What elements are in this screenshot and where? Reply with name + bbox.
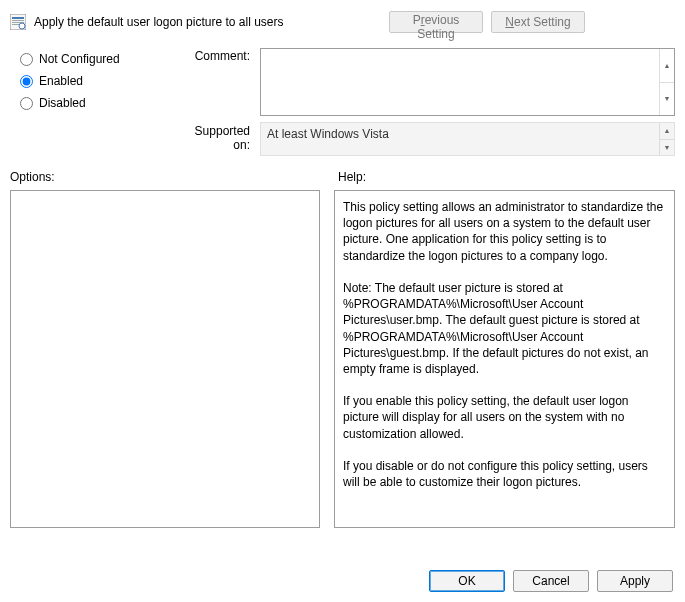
supported-on-value: At least Windows Vista [267,127,389,141]
state-radios: Not Configured Enabled Disabled [10,48,170,156]
field-labels: Comment: Supported on: [180,48,250,156]
radio-disabled-label: Disabled [39,96,86,110]
comment-spin-down[interactable]: ▼ [659,82,674,116]
svg-rect-1 [12,17,24,19]
title-bar: Apply the default user logon picture to … [10,8,675,36]
radio-not-configured-label: Not Configured [39,52,120,66]
supported-spin-up[interactable]: ▲ [659,123,674,139]
section-headers: Options: Help: [10,170,675,184]
supported-spin-down[interactable]: ▼ [659,139,674,156]
svg-rect-2 [12,20,24,21]
ok-button[interactable]: OK [429,570,505,592]
apply-button[interactable]: Apply [597,570,673,592]
nav-buttons: Previous Setting Next Setting [389,11,585,33]
options-label: Options: [10,170,320,184]
radio-disabled-input[interactable] [20,97,33,110]
svg-point-5 [19,23,25,29]
field-values: ▲ ▼ At least Windows Vista ▲ ▼ [260,48,675,156]
help-text: This policy setting allows an administra… [343,200,667,489]
policy-dialog: Apply the default user logon picture to … [0,0,685,602]
radio-enabled[interactable]: Enabled [20,70,170,92]
previous-setting-button[interactable]: Previous Setting [389,11,483,33]
radio-disabled[interactable]: Disabled [20,92,170,114]
policy-title: Apply the default user logon picture to … [34,15,381,29]
policy-icon [10,14,26,30]
content-panes: This policy setting allows an administra… [10,190,675,528]
comment-spinner[interactable]: ▲ ▼ [659,49,674,115]
help-pane[interactable]: This policy setting allows an administra… [334,190,675,528]
supported-on-box: At least Windows Vista ▲ ▼ [260,122,675,156]
radio-not-configured-input[interactable] [20,53,33,66]
help-label: Help: [338,170,366,184]
config-area: Not Configured Enabled Disabled Comment:… [10,48,675,156]
radio-not-configured[interactable]: Not Configured [20,48,170,70]
next-setting-button[interactable]: Next Setting [491,11,585,33]
dialog-buttons: OK Cancel Apply [429,570,673,592]
radio-enabled-input[interactable] [20,75,33,88]
radio-enabled-label: Enabled [39,74,83,88]
comment-spin-up[interactable]: ▲ [659,49,674,82]
options-pane [10,190,320,528]
supported-label: Supported on: [180,124,250,152]
cancel-button[interactable]: Cancel [513,570,589,592]
supported-spinner[interactable]: ▲ ▼ [659,123,674,155]
comment-textarea[interactable]: ▲ ▼ [260,48,675,116]
comment-label: Comment: [180,48,250,66]
